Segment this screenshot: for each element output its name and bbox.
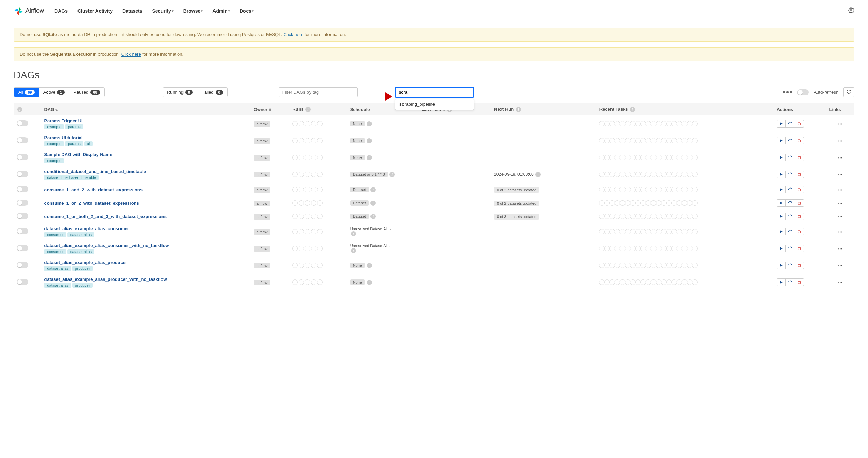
- dag-pause-toggle[interactable]: [17, 228, 28, 234]
- task-circle[interactable]: [661, 172, 667, 177]
- task-circle[interactable]: [656, 138, 661, 143]
- owner-badge[interactable]: airflow: [254, 155, 270, 161]
- task-circle[interactable]: [646, 155, 651, 160]
- task-circle[interactable]: [646, 214, 651, 219]
- task-circle[interactable]: [677, 138, 682, 143]
- task-circle[interactable]: [630, 279, 636, 285]
- refresh-dag-button[interactable]: [785, 245, 795, 252]
- nav-item-security[interactable]: Security▾: [152, 8, 173, 14]
- task-circle[interactable]: [640, 172, 646, 177]
- task-circle[interactable]: [666, 200, 672, 206]
- task-circle[interactable]: [615, 138, 620, 143]
- task-circle[interactable]: [630, 172, 636, 177]
- task-circle[interactable]: [656, 246, 661, 251]
- task-circle[interactable]: [620, 187, 625, 192]
- task-circle[interactable]: [661, 187, 667, 192]
- task-circle[interactable]: [599, 229, 605, 234]
- task-circle[interactable]: [640, 229, 646, 234]
- task-circle[interactable]: [599, 172, 605, 177]
- task-circle[interactable]: [635, 200, 641, 206]
- task-circle[interactable]: [677, 187, 682, 192]
- dag-tag[interactable]: dataset-alias: [44, 283, 71, 288]
- links-menu-button[interactable]: ⋯: [838, 229, 843, 234]
- task-circle[interactable]: [635, 214, 641, 219]
- owner-badge[interactable]: airflow: [254, 201, 270, 206]
- task-circle[interactable]: [677, 229, 682, 234]
- task-circle[interactable]: [646, 263, 651, 268]
- filter-paused[interactable]: Paused68: [69, 88, 104, 97]
- run-circle[interactable]: [317, 246, 323, 251]
- task-circle[interactable]: [599, 187, 605, 192]
- task-circle[interactable]: [666, 121, 672, 126]
- task-circle[interactable]: [682, 279, 687, 285]
- task-circle[interactable]: [646, 187, 651, 192]
- run-circle[interactable]: [317, 187, 323, 192]
- task-circle[interactable]: [651, 246, 656, 251]
- task-circle[interactable]: [692, 263, 698, 268]
- links-menu-button[interactable]: ⋯: [838, 201, 843, 206]
- trigger-button[interactable]: [777, 186, 786, 193]
- task-circle[interactable]: [609, 246, 615, 251]
- schedule-badge[interactable]: Dataset: [350, 214, 369, 219]
- task-circle[interactable]: [656, 155, 661, 160]
- task-circle[interactable]: [635, 138, 641, 143]
- dag-tag[interactable]: params: [65, 141, 83, 146]
- run-circle[interactable]: [292, 246, 298, 251]
- owner-badge[interactable]: airflow: [254, 246, 270, 252]
- info-icon[interactable]: i: [367, 138, 372, 143]
- task-circle[interactable]: [604, 172, 610, 177]
- task-circle[interactable]: [671, 214, 677, 219]
- task-circle[interactable]: [620, 279, 625, 285]
- task-circle[interactable]: [666, 246, 672, 251]
- task-circle[interactable]: [656, 187, 661, 192]
- task-circle[interactable]: [661, 138, 667, 143]
- run-circle[interactable]: [305, 246, 310, 251]
- dag-name-link[interactable]: dataset_alias_example_alias_consumer_wit…: [44, 243, 248, 248]
- task-circle[interactable]: [666, 172, 672, 177]
- task-circle[interactable]: [630, 155, 636, 160]
- task-circle[interactable]: [640, 246, 646, 251]
- run-circle[interactable]: [311, 263, 316, 268]
- refresh-dag-button[interactable]: [785, 154, 795, 161]
- run-circle[interactable]: [292, 172, 298, 177]
- run-circle[interactable]: [311, 121, 316, 126]
- trigger-button[interactable]: [777, 228, 786, 235]
- task-circle[interactable]: [599, 121, 605, 126]
- dag-name-link[interactable]: consume_1_or_both_2_and_3_with_dataset_e…: [44, 214, 248, 219]
- autorefresh-toggle[interactable]: [797, 89, 809, 95]
- task-circle[interactable]: [615, 229, 620, 234]
- task-circle[interactable]: [625, 200, 630, 206]
- task-circle[interactable]: [599, 246, 605, 251]
- dag-name-link[interactable]: consume_1_or_2_with_dataset_expressions: [44, 201, 248, 206]
- task-circle[interactable]: [625, 229, 630, 234]
- refresh-dag-button[interactable]: [785, 186, 795, 193]
- task-circle[interactable]: [666, 279, 672, 285]
- run-circle[interactable]: [299, 246, 304, 251]
- task-circle[interactable]: [609, 187, 615, 192]
- task-circle[interactable]: [640, 138, 646, 143]
- task-circle[interactable]: [692, 200, 698, 206]
- delete-dag-button[interactable]: [795, 213, 804, 220]
- task-circle[interactable]: [620, 214, 625, 219]
- run-circle[interactable]: [299, 187, 304, 192]
- refresh-dag-button[interactable]: [785, 228, 795, 235]
- task-circle[interactable]: [651, 155, 656, 160]
- task-circle[interactable]: [609, 263, 615, 268]
- delete-dag-button[interactable]: [795, 228, 804, 235]
- task-circle[interactable]: [677, 200, 682, 206]
- run-circle[interactable]: [305, 172, 310, 177]
- run-circle[interactable]: [311, 138, 316, 143]
- task-circle[interactable]: [646, 229, 651, 234]
- run-circle[interactable]: [317, 155, 323, 160]
- col-header-owner[interactable]: Owner⇅: [251, 103, 290, 115]
- links-menu-button[interactable]: ⋯: [838, 280, 843, 285]
- task-circle[interactable]: [651, 187, 656, 192]
- task-circle[interactable]: [625, 155, 630, 160]
- task-circle[interactable]: [599, 214, 605, 219]
- task-circle[interactable]: [682, 187, 687, 192]
- task-circle[interactable]: [604, 121, 610, 126]
- task-circle[interactable]: [640, 155, 646, 160]
- filter-active[interactable]: Active1: [39, 88, 70, 97]
- delete-dag-button[interactable]: [795, 186, 804, 193]
- run-circle[interactable]: [292, 200, 298, 206]
